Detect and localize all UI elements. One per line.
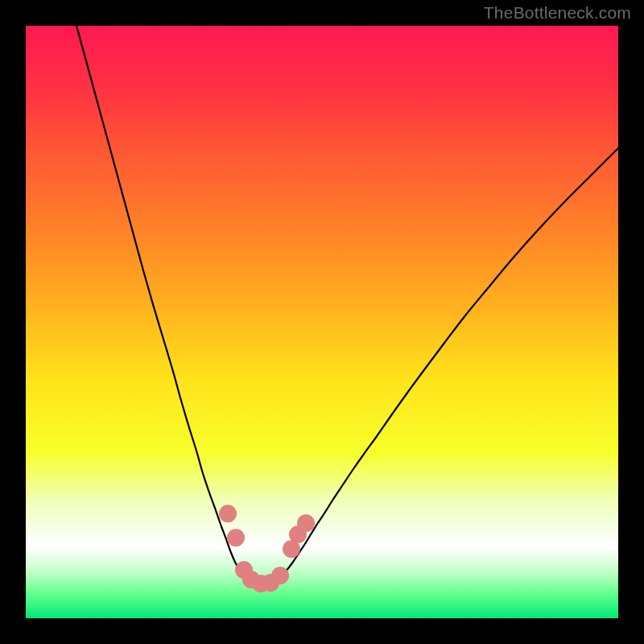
curve-marker [297, 514, 315, 532]
bottleneck-chart [0, 0, 644, 644]
chart-stage: TheBottleneck.com [0, 0, 644, 644]
watermark-text: TheBottleneck.com [484, 3, 631, 23]
curve-marker [219, 505, 237, 522]
curve-marker [271, 567, 289, 584]
gradient-background [26, 26, 618, 618]
curve-marker [227, 529, 245, 547]
